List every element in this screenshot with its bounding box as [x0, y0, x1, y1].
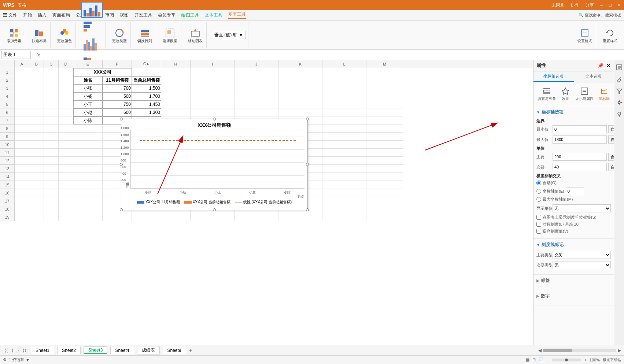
cell-row15-col2[interactable] [44, 181, 59, 189]
cell-row12-col3[interactable] [59, 157, 73, 165]
panel-close-icon[interactable]: ✕ [606, 63, 611, 68]
sheet-tab-2[interactable]: Sheet2 [57, 347, 81, 354]
cell-row12-col0[interactable] [15, 157, 29, 165]
panel-icon-size[interactable]: 大小与属性 [573, 85, 596, 103]
sidebar-icon-1[interactable] [615, 63, 624, 72]
cell-row19-col0[interactable] [15, 213, 29, 221]
cell-row17-col3[interactable] [59, 197, 73, 205]
sheet-nav-right[interactable]: ⟩ [16, 348, 21, 353]
formula-input[interactable] [43, 52, 623, 57]
cell-row13-col11[interactable] [322, 165, 366, 173]
cell-row16-col11[interactable] [322, 189, 366, 197]
sync-label[interactable]: 未同步 [551, 2, 565, 8]
cell-row19-col2[interactable] [44, 213, 59, 221]
menu-layout[interactable]: 页面布局 [52, 12, 70, 18]
menu-chart-tools[interactable]: 图表工具 [228, 11, 246, 19]
cell-row9-col11[interactable] [322, 133, 366, 141]
menu-review[interactable]: 审阅 [105, 12, 114, 18]
move-chart-btn[interactable]: 移动图表 [187, 26, 204, 44]
cell-row8-col2[interactable] [44, 125, 59, 133]
cell-row17-col2[interactable] [44, 197, 59, 205]
number-section-title[interactable]: ▶ 数字 [536, 293, 611, 299]
label-section-title[interactable]: ▶ 标签 [536, 278, 611, 284]
cell-m5[interactable] [366, 100, 403, 108]
cell-row15-col11[interactable] [322, 181, 366, 189]
cell-row19-col4[interactable] [73, 213, 103, 221]
cell-i3[interactable] [191, 84, 235, 92]
menu-file[interactable]: ☰ 文件 [3, 12, 17, 18]
sheet-tab-grades[interactable]: 成绩表 [137, 346, 160, 354]
cell-b1[interactable] [29, 68, 44, 76]
cell-row10-col1[interactable] [29, 141, 44, 149]
resize-handle-br[interactable] [306, 208, 309, 211]
panel-tab-text[interactable]: 文本选项 [574, 71, 614, 82]
cell-c2[interactable] [44, 76, 59, 84]
collab-label[interactable]: 协作 [571, 2, 579, 8]
cell-row8-col11[interactable] [322, 125, 366, 133]
cell-c5[interactable] [44, 100, 59, 108]
cell-row8-col12[interactable] [366, 125, 403, 133]
cell-row16-col12[interactable] [366, 189, 403, 197]
cell-a3[interactable] [15, 84, 29, 92]
cell-d6[interactable] [59, 108, 73, 116]
max-input[interactable] [553, 135, 607, 144]
spreadsheet-area[interactable]: A B C D E F G ▸ H I J K L M 1 XXX公司 [0, 60, 533, 362]
cell-m7[interactable] [366, 116, 403, 125]
cell-row15-col1[interactable] [29, 181, 44, 189]
cell-row19-col7[interactable] [161, 213, 191, 221]
zoom-out-btn[interactable]: − [547, 358, 549, 362]
cell-e2[interactable]: 姓名 [73, 76, 103, 84]
cell-j3[interactable] [235, 84, 278, 92]
cell-f2[interactable]: 11月销售额 [103, 76, 132, 84]
cell-row14-col2[interactable] [44, 173, 59, 181]
cell-a1[interactable] [15, 68, 29, 76]
panel-icon-fill[interactable]: 填充与线条 [535, 85, 558, 103]
cell-f4[interactable]: 500 [103, 92, 132, 100]
min-input[interactable] [553, 125, 607, 133]
cell-row14-col4[interactable] [73, 173, 103, 181]
cell-row18-col3[interactable] [59, 205, 73, 213]
sheet-tab-9[interactable]: Sheet9 [163, 347, 186, 354]
window-minimize[interactable]: ─ [600, 3, 603, 8]
cell-i2[interactable] [191, 76, 235, 84]
cell-row9-col1[interactable] [29, 133, 44, 141]
cell-row8-col0[interactable] [15, 125, 29, 133]
cell-l1[interactable] [322, 68, 366, 76]
chart-container[interactable]: XXX公司销售额 销售额 1,800 1,600 [121, 119, 308, 210]
switch-row-btn[interactable]: 切换行列 [136, 26, 154, 44]
cell-b2[interactable] [29, 76, 44, 84]
view-normal-icon[interactable]: ▦ [526, 357, 529, 362]
axis-options-title[interactable]: ▼ 坐标轴选项 [536, 109, 611, 115]
axis-value-radio[interactable] [536, 189, 541, 194]
cell-row18-col11[interactable] [322, 205, 366, 213]
resize-handle-tr[interactable] [306, 118, 309, 120]
minor-input[interactable] [553, 163, 607, 171]
cell-a6[interactable] [15, 108, 29, 116]
zoom-slider[interactable] [552, 359, 581, 361]
cell-row10-col3[interactable] [59, 141, 73, 149]
cell-row9-col2[interactable] [44, 133, 59, 141]
cell-row8-col4[interactable] [73, 125, 103, 133]
cell-row13-col2[interactable] [44, 165, 59, 173]
cell-e4[interactable]: 小杨 [73, 92, 103, 100]
minor-auto-btn[interactable]: 自动 [608, 163, 614, 171]
cell-row11-col12[interactable] [366, 149, 403, 157]
cell-d4[interactable] [59, 92, 73, 100]
panel-tab-axis[interactable]: 坐标轴选项 [533, 71, 574, 82]
cell-row18-col1[interactable] [29, 205, 44, 213]
cell-row14-col12[interactable] [366, 173, 403, 181]
major-type-select[interactable]: 交叉 [553, 251, 611, 259]
menu-home[interactable]: 开始 [23, 12, 32, 18]
menu-insert[interactable]: 插入 [38, 12, 47, 18]
cell-e6[interactable]: 小赵 [73, 108, 103, 116]
cell-g2[interactable]: 当前总销售额 [132, 76, 161, 84]
cell-h5[interactable] [161, 100, 191, 108]
cell-row19-col10[interactable] [278, 213, 322, 221]
cell-a4[interactable] [15, 92, 29, 100]
cell-m6[interactable] [366, 108, 403, 116]
cell-row11-col1[interactable] [29, 149, 44, 157]
max-auto-btn[interactable]: 自动 [608, 135, 614, 144]
cell-l4[interactable] [322, 92, 366, 100]
cell-e3[interactable]: 小张 [73, 84, 103, 92]
cell-g1[interactable] [132, 68, 161, 76]
